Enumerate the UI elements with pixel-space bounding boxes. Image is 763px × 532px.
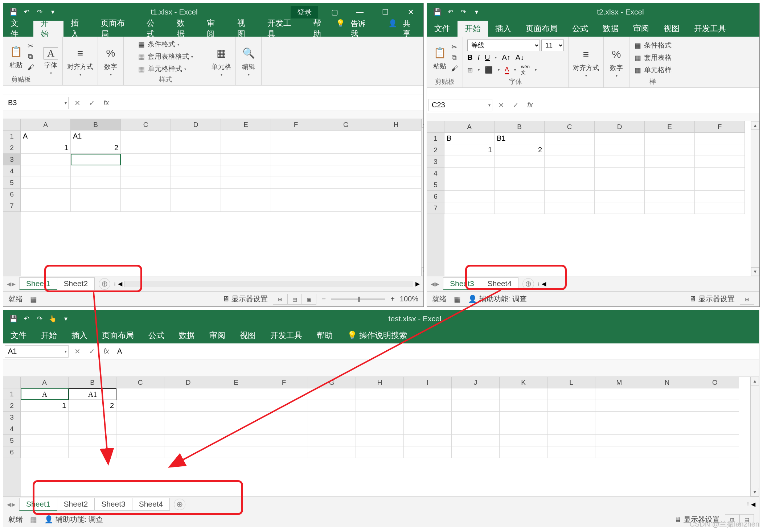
cell-A1[interactable]: A — [21, 388, 69, 400]
row-header[interactable]: 2 — [427, 144, 444, 156]
column-header[interactable]: G — [308, 377, 356, 388]
name-box[interactable]: B3▾ — [5, 97, 69, 109]
cell-E2[interactable] — [645, 144, 695, 156]
border-icon[interactable]: ⊞ — [467, 66, 473, 74]
cell-K4[interactable] — [500, 423, 547, 435]
fx-icon[interactable]: fx — [99, 97, 114, 109]
column-header[interactable]: I — [404, 377, 452, 388]
column-header[interactable]: E — [645, 121, 695, 133]
row-header[interactable]: 2 — [3, 142, 21, 154]
cell-G1[interactable] — [321, 131, 371, 142]
last-sheet-icon[interactable]: ▶ — [435, 281, 439, 287]
cell-B1[interactable]: A1 — [71, 131, 121, 142]
cell-H3[interactable] — [371, 154, 421, 165]
cell-F4[interactable] — [271, 165, 321, 177]
column-header[interactable]: A — [444, 121, 495, 133]
cell-A3[interactable] — [21, 154, 71, 165]
scroll-down-icon[interactable]: ▼ — [422, 267, 423, 276]
conditional-formatting-button[interactable]: ▦条件格式 — [634, 41, 672, 50]
cell-B5[interactable] — [71, 177, 121, 189]
cell-D2[interactable] — [595, 144, 645, 156]
ribbon-tab-开发工具[interactable]: 开发工具 — [687, 21, 733, 37]
cell-M6[interactable] — [595, 446, 643, 458]
font-group-button[interactable]: A字体▾ — [44, 47, 58, 75]
cell-B5[interactable] — [69, 435, 116, 446]
cell-H1[interactable] — [371, 131, 421, 142]
cell-F6[interactable] — [695, 191, 745, 202]
enter-formula-icon[interactable]: ✓ — [85, 345, 99, 358]
cell-C2[interactable] — [116, 400, 164, 412]
cell-F1[interactable] — [260, 388, 308, 400]
sheet-tab-Sheet1[interactable]: Sheet1 — [19, 277, 57, 290]
last-sheet-icon[interactable]: ▶ — [12, 281, 16, 287]
row-header[interactable]: 4 — [3, 165, 21, 177]
conditional-formatting-button[interactable]: ▦条件格式▾ — [138, 40, 193, 49]
fx-icon[interactable]: fx — [523, 99, 537, 111]
macro-icon[interactable]: ▦ — [30, 295, 37, 304]
column-header[interactable]: E — [221, 119, 271, 131]
ribbon-tab-插入[interactable]: 插入 — [63, 21, 94, 37]
cell-K5[interactable] — [500, 435, 547, 446]
ribbon-tab-开发工具[interactable]: 开发工具 — [263, 327, 309, 343]
cell-D1[interactable] — [164, 388, 212, 400]
cut-icon[interactable]: ✂ — [26, 42, 34, 50]
column-header[interactable]: D — [171, 119, 221, 131]
zoom-in-icon[interactable]: + — [390, 295, 395, 303]
cell-E1[interactable] — [212, 388, 260, 400]
cell-D7[interactable] — [595, 202, 645, 214]
first-sheet-icon[interactable]: ◀ — [7, 281, 11, 287]
qat-dropdown-icon[interactable]: ▾ — [48, 7, 58, 17]
cell-I1[interactable] — [404, 388, 452, 400]
cell-F6[interactable] — [260, 446, 308, 458]
cell-E5[interactable] — [212, 435, 260, 446]
cell-E5[interactable] — [645, 179, 695, 191]
ribbon-tab-文件[interactable]: 文件 — [427, 21, 458, 37]
spreadsheet-grid[interactable]: 123456ABCDEFGHIJKLMNOAA112▲▼ — [3, 377, 759, 496]
cell-H7[interactable] — [371, 200, 421, 212]
cell-L3[interactable] — [547, 412, 595, 423]
cell-A6[interactable] — [444, 191, 495, 202]
cell-A3[interactable] — [444, 156, 495, 168]
cell-H6[interactable] — [371, 189, 421, 200]
scroll-right-icon[interactable]: ▶ — [415, 280, 420, 287]
cell-C2[interactable] — [545, 144, 595, 156]
ribbon-tab-数据[interactable]: 数据 — [172, 327, 202, 343]
scroll-down-icon[interactable]: ▼ — [751, 488, 759, 496]
cell-F2[interactable] — [271, 142, 321, 154]
cell-H4[interactable] — [371, 165, 421, 177]
bold-icon[interactable]: B — [467, 53, 472, 62]
cell-K1[interactable] — [500, 388, 547, 400]
touch-mode-icon[interactable]: 👆 — [48, 314, 58, 324]
cell-B7[interactable] — [71, 200, 121, 212]
close-icon[interactable]: ✕ — [398, 3, 423, 21]
undo-icon[interactable]: ↶ — [445, 7, 455, 17]
cell-A4[interactable] — [444, 168, 495, 179]
cell-O3[interactable] — [691, 412, 739, 423]
last-sheet-icon[interactable]: ▶ — [12, 502, 16, 507]
cell-A4[interactable] — [21, 423, 69, 435]
qat-dropdown-icon[interactable]: ▾ — [471, 7, 481, 17]
column-header[interactable]: B — [69, 377, 116, 388]
cell-O1[interactable] — [691, 388, 739, 400]
cancel-formula-icon[interactable]: ✕ — [70, 97, 85, 109]
format-as-table-button[interactable]: ▦套用表格格式▾ — [138, 52, 193, 61]
cell-E6[interactable] — [212, 446, 260, 458]
ribbon-tab-审阅[interactable]: 审阅 — [626, 21, 656, 37]
tellme-icon[interactable]: 💡 — [347, 331, 357, 340]
cell-E1[interactable] — [645, 133, 695, 144]
editing-button[interactable]: 🔍编辑▾ — [240, 46, 257, 77]
display-settings[interactable]: 🖥 显示器设置 — [222, 294, 268, 304]
cell-I4[interactable] — [404, 423, 452, 435]
sheet-tab-Sheet4[interactable]: Sheet4 — [132, 498, 170, 511]
tellme-text[interactable]: 告诉我 — [351, 19, 372, 38]
cell-G1[interactable] — [308, 388, 356, 400]
cell-G3[interactable] — [308, 412, 356, 423]
cell-B1[interactable]: B1 — [495, 133, 545, 144]
row-header[interactable]: 7 — [427, 202, 444, 214]
cell-E2[interactable] — [221, 142, 271, 154]
column-header[interactable]: O — [691, 377, 739, 388]
paste-button[interactable]: 📋粘贴 — [431, 45, 448, 70]
page-layout-icon[interactable]: ▤ — [287, 294, 302, 305]
phonetic-icon[interactable]: wén文 — [521, 64, 530, 76]
font-color-icon[interactable]: A — [505, 66, 509, 74]
